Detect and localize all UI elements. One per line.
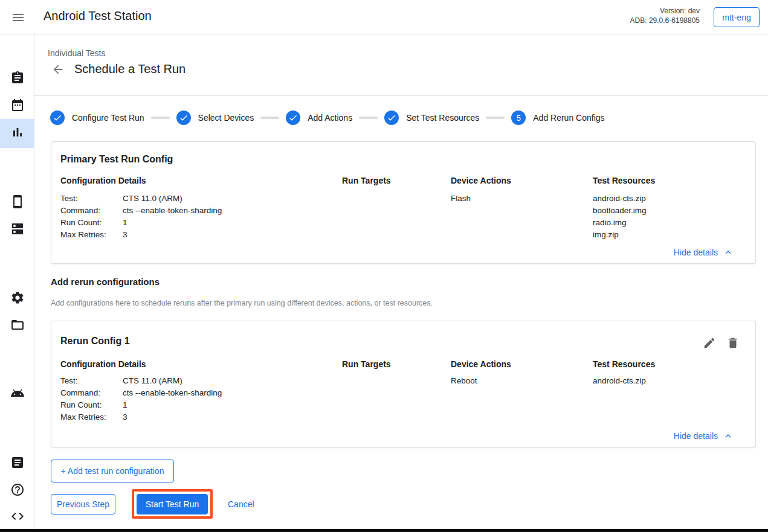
column-header-run-targets: Run Targets	[342, 359, 391, 369]
step-check-icon	[286, 111, 300, 125]
sidebar-item-devices[interactable]	[0, 188, 34, 217]
detail-value: 3	[123, 411, 127, 423]
step-label: Select Devices	[198, 113, 254, 123]
step-check-icon	[176, 111, 191, 125]
column-header-device-actions: Device Actions	[451, 359, 511, 369]
hide-details-label: Hide details	[674, 431, 718, 441]
version-line: Version: dev	[630, 6, 700, 16]
detail-label: Max Retries:	[60, 229, 123, 241]
step-configure-test-run[interactable]: Configure Test Run	[50, 111, 144, 125]
sidebar-item-files[interactable]	[0, 312, 34, 341]
step-set-test-resources[interactable]: Set Test Resources	[384, 111, 479, 125]
configuration-details-list: Test:CTS 11.0 (ARM) Command:cts --enable…	[60, 193, 326, 241]
column-header-device-actions: Device Actions	[451, 176, 511, 185]
stepper-connector	[260, 117, 279, 119]
smartphone-icon	[10, 194, 25, 211]
test-resource-item: radio.img	[593, 217, 647, 229]
device-actions-list: Flash	[451, 193, 471, 205]
app-header: Android Test Station Version: dev ADB: 2…	[0, 0, 768, 34]
detail-row: Command:cts --enable-token-sharding	[60, 205, 326, 217]
rerun-section-title: Add rerun configurations	[51, 277, 160, 287]
detail-row: Test:CTS 11.0 (ARM)	[60, 375, 326, 387]
detail-value: 1	[123, 217, 127, 229]
help-icon	[10, 482, 25, 499]
start-test-run-button[interactable]: Start Test Run	[137, 494, 208, 514]
detail-value: 3	[123, 229, 127, 241]
detail-row: Test:CTS 11.0 (ARM)	[60, 193, 326, 205]
sidebar-item-hosts[interactable]	[0, 216, 34, 245]
step-add-actions[interactable]: Add Actions	[286, 111, 352, 125]
detail-value: CTS 11.0 (ARM)	[123, 375, 182, 387]
back-arrow-icon[interactable]	[51, 63, 65, 76]
sidebar-item-dev-mode[interactable]	[0, 503, 34, 532]
sidebar-item-help[interactable]	[0, 476, 34, 505]
stepper-connector	[359, 117, 378, 119]
detail-row: Max Retries:3	[60, 411, 326, 423]
detail-value: CTS 11.0 (ARM)	[123, 193, 182, 205]
test-resource-item: android-cts.zip	[593, 193, 647, 205]
step-number-badge: 5	[511, 111, 526, 125]
test-resources-list: android-cts.zip	[593, 375, 646, 387]
adb-version-line: ADB: 29.0.6-6198805	[630, 16, 700, 25]
document-icon	[10, 455, 25, 472]
step-number: 5	[517, 114, 521, 123]
bottom-screen-edge-bar	[0, 529, 768, 532]
android-icon	[10, 386, 25, 403]
stepper: Configure Test Run Select Devices Add Ac…	[50, 111, 605, 125]
detail-value: 1	[123, 399, 127, 411]
version-info: Version: dev ADB: 29.0.6-6198805	[630, 6, 700, 25]
delete-icon[interactable]	[726, 336, 740, 350]
sidebar-item-settings[interactable]	[0, 284, 34, 313]
annotation-highlight-box: Start Test Run	[132, 489, 213, 519]
gear-icon	[10, 290, 25, 307]
detail-row: Run Count:1	[60, 217, 326, 229]
breadcrumb: Individual Tests	[48, 48, 105, 58]
hide-details-link[interactable]: Hide details	[674, 247, 734, 258]
device-actions-list: Reboot	[451, 375, 477, 387]
clipboard-icon	[10, 71, 25, 88]
hide-details-label: Hide details	[674, 248, 718, 257]
previous-step-button[interactable]: Previous Step	[51, 494, 115, 514]
menu-icon[interactable]	[11, 10, 25, 25]
code-icon	[10, 509, 25, 526]
sidebar-item-tests[interactable]	[0, 65, 34, 94]
step-label: Add Rerun Configs	[533, 113, 604, 123]
configuration-details-list: Test:CTS 11.0 (ARM) Command:cts --enable…	[60, 375, 326, 423]
page-title: Schedule a Test Run	[74, 62, 186, 76]
stepper-connector	[486, 117, 505, 119]
calendar-icon	[10, 98, 25, 115]
sidebar-item-test-plans[interactable]	[0, 92, 34, 121]
folder-icon	[10, 318, 25, 335]
step-label: Set Test Resources	[406, 113, 479, 123]
detail-row: Max Retries:3	[60, 229, 326, 241]
device-action-item: Reboot	[451, 375, 477, 387]
test-resources-list: android-cts.zip bootloader.img radio.img…	[593, 193, 647, 241]
detail-label: Run Count:	[60, 399, 123, 411]
add-test-run-configuration-button[interactable]: + Add test run configuration	[51, 460, 174, 482]
column-header-test-resources: Test Resources	[593, 359, 655, 369]
column-header-configuration-details: Configuration Details	[60, 176, 146, 185]
detail-label: Run Count:	[60, 217, 123, 229]
detail-row: Command:cts --enable-token-sharding	[60, 387, 326, 399]
detail-label: Max Retries:	[60, 411, 123, 423]
host-button[interactable]: mtt-eng	[714, 7, 760, 27]
sidebar-item-test-runs[interactable]	[0, 119, 34, 148]
primary-test-run-config-card: Primary Test Run Config Configuration De…	[51, 141, 756, 264]
test-resource-item: img.zip	[593, 229, 647, 241]
rerun-config-card: Rerun Config 1 Configuration Details Run…	[51, 321, 756, 447]
edit-icon[interactable]	[703, 336, 716, 350]
detail-label: Test:	[60, 375, 123, 387]
sidebar-item-android[interactable]	[0, 380, 34, 409]
rerun-section-description: Add configurations here to schedule reru…	[51, 299, 433, 307]
sidebar	[0, 34, 34, 529]
android-test-station-app: Android Test Station Version: dev ADB: 2…	[0, 0, 768, 532]
detail-label: Command:	[60, 205, 123, 217]
hide-details-link[interactable]: Hide details	[674, 431, 734, 441]
step-add-rerun-configs[interactable]: 5 Add Rerun Configs	[511, 111, 604, 125]
cancel-link[interactable]: Cancel	[228, 499, 254, 509]
step-select-devices[interactable]: Select Devices	[176, 111, 254, 125]
sidebar-item-docs[interactable]	[0, 449, 34, 478]
test-resource-item: android-cts.zip	[593, 375, 646, 387]
step-check-icon	[50, 111, 65, 125]
step-check-icon	[384, 111, 399, 125]
